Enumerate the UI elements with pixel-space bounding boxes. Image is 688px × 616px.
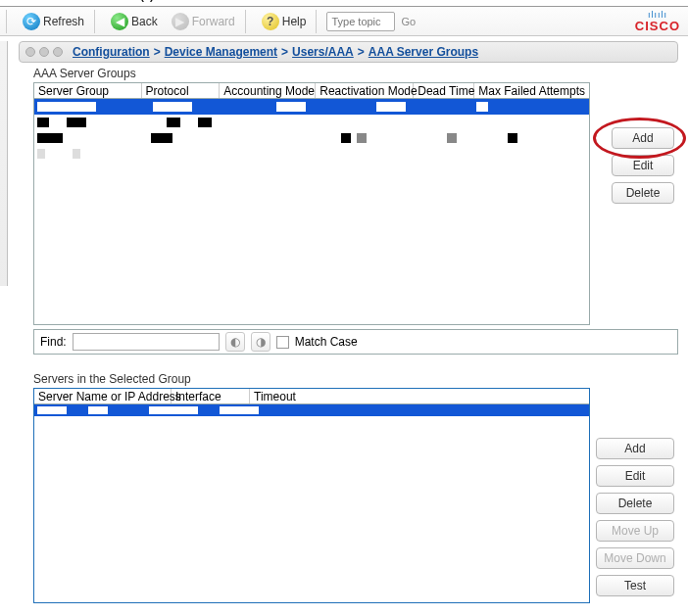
col-timeout[interactable]: Timeout <box>250 389 589 403</box>
search-input[interactable] <box>326 12 395 31</box>
find-bar: Find: ◐ ◑ Match Case <box>33 329 678 355</box>
back-icon: ◀ <box>111 13 128 30</box>
refresh-label: Refresh <box>43 15 84 28</box>
window-controls[interactable] <box>25 47 63 57</box>
back-label: Back <box>131 15 158 28</box>
refresh-button[interactable]: ⟳ Refresh <box>17 10 90 33</box>
crumb-device-management[interactable]: Device Management <box>165 45 277 59</box>
table-row[interactable] <box>34 99 589 115</box>
forward-icon: ▶ <box>172 13 189 30</box>
col-server-group[interactable]: Server Group <box>34 83 142 98</box>
find-next-icon[interactable]: ◑ <box>251 332 270 352</box>
test-button[interactable]: Test <box>596 575 674 596</box>
servers-table[interactable]: Server Name or IP Address Interface Time… <box>33 388 590 603</box>
groups-buttons: Add Edit Delete <box>612 127 674 204</box>
col-max-failed[interactable]: Max Failed Attempts <box>474 83 589 98</box>
groups-headers: Server Group Protocol Accounting Mode Re… <box>34 83 589 99</box>
groups-table[interactable]: Server Group Protocol Accounting Mode Re… <box>33 82 590 325</box>
forward-button: ▶ Forward <box>166 10 241 33</box>
forward-label: Forward <box>192 15 235 28</box>
delete-button[interactable]: Delete <box>612 182 674 204</box>
back-button[interactable]: ◀ Back <box>105 10 164 33</box>
find-label: Find: <box>40 335 67 349</box>
col-server-name[interactable]: Server Name or IP Address <box>34 389 172 403</box>
groups-title: AAA Server Groups <box>33 67 688 80</box>
col-protocol[interactable]: Protocol <box>142 83 221 98</box>
cisco-word: CISCO <box>635 20 680 32</box>
edit-server-button[interactable]: Edit <box>596 465 674 487</box>
table-row[interactable] <box>34 404 589 416</box>
crumb-aaa-server-groups[interactable]: AAA Server Groups <box>369 45 478 59</box>
table-row[interactable] <box>34 146 589 162</box>
help-button[interactable]: ? Help <box>256 10 313 33</box>
col-dead-time[interactable]: Dead Time <box>414 83 474 98</box>
move-up-button[interactable]: Move Up <box>596 520 674 542</box>
breadcrumb: Configuration > Device Management > User… <box>19 41 678 63</box>
table-row[interactable] <box>34 115 589 130</box>
table-row[interactable] <box>34 130 589 146</box>
crumb-configuration[interactable]: Configuration <box>73 45 150 59</box>
add-button[interactable]: Add <box>612 127 674 149</box>
delete-server-button[interactable]: Delete <box>596 493 674 514</box>
match-case-checkbox[interactable] <box>276 336 289 349</box>
col-acct-mode[interactable]: Accounting Mode <box>220 83 316 98</box>
crumb-users-aaa[interactable]: Users/AAA <box>292 45 354 59</box>
find-input[interactable] <box>73 333 220 351</box>
cisco-logo: ılıılı CISCO <box>635 11 684 32</box>
servers-buttons: Add Edit Delete Move Up Move Down Test <box>596 438 674 596</box>
edit-button[interactable]: Edit <box>612 155 674 176</box>
help-label: Help <box>282 15 307 28</box>
toolbar: ⟳ Refresh ◀ Back ▶ Forward ? Help Go ılı… <box>0 7 688 36</box>
add-server-button[interactable]: Add <box>596 438 674 459</box>
refresh-icon: ⟳ <box>23 13 40 30</box>
servers-headers: Server Name or IP Address Interface Time… <box>34 389 589 404</box>
servers-title: Servers in the Selected Group <box>33 372 688 386</box>
find-prev-icon[interactable]: ◐ <box>225 332 245 352</box>
match-case-label: Match Case <box>295 335 358 349</box>
col-react-mode[interactable]: Reactivation Mode <box>316 83 414 98</box>
move-down-button[interactable]: Move Down <box>596 547 674 569</box>
help-icon: ? <box>262 13 279 30</box>
window-title: Cisco ASDM 7.1(4) for ASA - 10.x.x.x <box>59 0 245 2</box>
go-button[interactable]: Go <box>401 16 416 27</box>
left-pane-edge <box>0 41 8 286</box>
col-interface[interactable]: Interface <box>172 389 250 403</box>
